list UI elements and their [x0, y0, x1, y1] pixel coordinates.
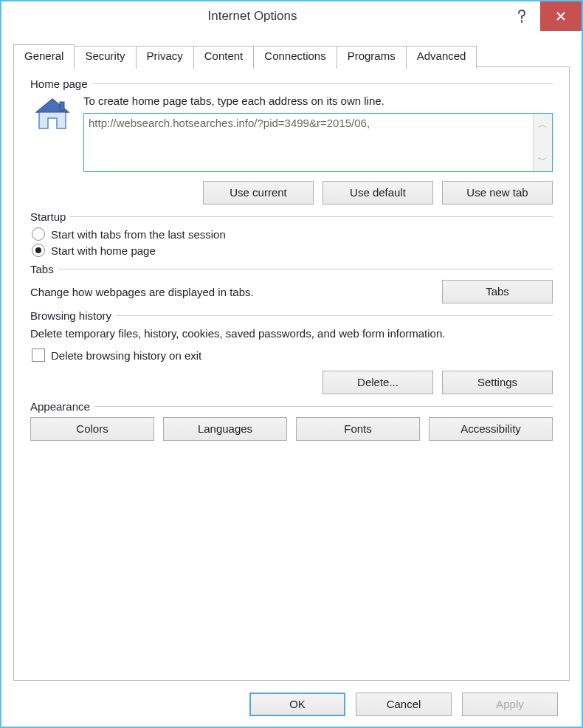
- tabs-button[interactable]: Tabs: [442, 280, 553, 303]
- use-new-tab-button[interactable]: Use new tab: [442, 181, 553, 205]
- fonts-button[interactable]: Fonts: [296, 417, 420, 441]
- tab-privacy[interactable]: Privacy: [136, 46, 194, 69]
- tab-panel: Home page To create home page tabs, type…: [13, 66, 570, 681]
- apply-button[interactable]: Apply: [462, 693, 558, 716]
- divider: [58, 269, 553, 269]
- accessibility-button[interactable]: Accessibility: [429, 417, 553, 441]
- dialog-body: General Security Privacy Content Connect…: [1, 31, 582, 727]
- group-title-startup: Startup: [30, 210, 70, 223]
- languages-button[interactable]: Languages: [163, 417, 287, 441]
- close-icon: [556, 11, 566, 21]
- group-title-homepage: Home page: [30, 78, 92, 90]
- radio-label: Start with home page: [51, 244, 156, 257]
- window-title: Internet Options: [1, 9, 503, 24]
- divider: [116, 315, 553, 316]
- divider: [70, 216, 553, 217]
- help-button[interactable]: [503, 1, 540, 31]
- tabs-description: Change how webpages are displayed in tab…: [30, 286, 433, 298]
- titlebar: Internet Options: [1, 1, 582, 31]
- scrollbar[interactable]: ︿ ﹀: [533, 114, 552, 171]
- checkbox-label: Delete browsing history on exit: [51, 349, 201, 362]
- home-icon: [30, 95, 75, 133]
- homepage-input[interactable]: [84, 114, 533, 171]
- svg-rect-2: [60, 102, 64, 111]
- internet-options-window: Internet Options General Security Privac…: [0, 0, 583, 728]
- group-homepage: Home page To create home page tabs, type…: [30, 78, 553, 205]
- tab-strip: General Security Privacy Content Connect…: [13, 44, 570, 67]
- group-browsing-history: Browsing history Delete temporary files,…: [30, 309, 553, 394]
- tab-security[interactable]: Security: [74, 46, 136, 69]
- group-title-history: Browsing history: [30, 309, 116, 322]
- use-default-button[interactable]: Use default: [322, 181, 433, 205]
- tab-general[interactable]: General: [13, 44, 75, 67]
- help-icon: [517, 10, 527, 23]
- delete-button[interactable]: Delete...: [322, 371, 433, 394]
- tab-advanced[interactable]: Advanced: [406, 46, 477, 69]
- radio-start-last-session[interactable]: Start with tabs from the last session: [32, 227, 553, 241]
- divider: [92, 83, 553, 84]
- radio-icon: [32, 227, 45, 241]
- dialog-footer: OK Cancel Apply: [13, 681, 570, 716]
- group-tabs: Tabs Change how webpages are displayed i…: [30, 263, 553, 303]
- group-title-appearance: Appearance: [30, 400, 94, 413]
- homepage-textarea-wrap: ︿ ﹀: [83, 113, 553, 172]
- scroll-up-icon: ︿: [538, 118, 548, 131]
- titlebar-buttons: [503, 1, 582, 31]
- tab-programs[interactable]: Programs: [337, 46, 407, 69]
- group-appearance: Appearance Colors Languages Fonts Access…: [30, 400, 553, 441]
- tab-connections[interactable]: Connections: [253, 46, 337, 69]
- checkbox-icon: [32, 348, 45, 362]
- checkbox-delete-on-exit[interactable]: Delete browsing history on exit: [32, 348, 553, 362]
- close-button[interactable]: [540, 1, 582, 31]
- radio-start-home-page[interactable]: Start with home page: [32, 244, 553, 257]
- cancel-button[interactable]: Cancel: [356, 693, 452, 716]
- settings-button[interactable]: Settings: [442, 371, 553, 394]
- group-startup: Startup Start with tabs from the last se…: [30, 210, 553, 257]
- homepage-instruction: To create home page tabs, type each addr…: [83, 95, 553, 107]
- colors-button[interactable]: Colors: [30, 417, 154, 441]
- use-current-button[interactable]: Use current: [203, 181, 314, 205]
- tab-content[interactable]: Content: [193, 46, 255, 69]
- ok-button[interactable]: OK: [249, 693, 345, 716]
- history-description: Delete temporary files, history, cookies…: [30, 326, 553, 341]
- scroll-down-icon: ﹀: [538, 154, 548, 167]
- divider: [94, 406, 553, 407]
- radio-label: Start with tabs from the last session: [51, 228, 226, 241]
- group-title-tabs: Tabs: [30, 263, 58, 275]
- radio-icon: [32, 244, 45, 257]
